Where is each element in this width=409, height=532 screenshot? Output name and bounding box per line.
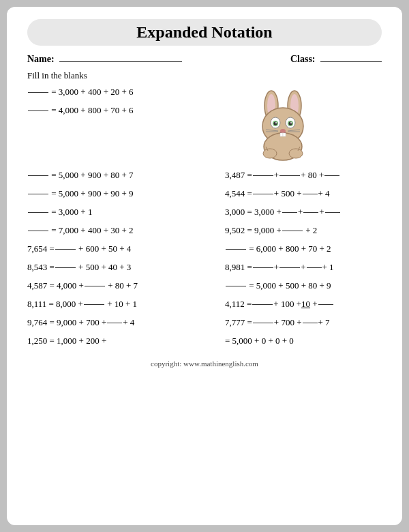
- blank: [28, 175, 48, 176]
- blank: [303, 323, 318, 323]
- blank: [279, 267, 300, 268]
- svg-point-12: [275, 122, 277, 123]
- svg-point-21: [263, 149, 277, 158]
- blank: [226, 249, 246, 250]
- svg-point-10: [274, 122, 277, 125]
- blank: [324, 175, 339, 176]
- blank: [253, 323, 273, 323]
- blank: [55, 267, 76, 268]
- name-underline: [59, 61, 182, 62]
- bunny-container: [245, 85, 382, 168]
- svg-point-14: [280, 129, 286, 133]
- blank: [318, 304, 333, 305]
- page-title: Expanded Notation: [27, 19, 382, 46]
- list-item: 4,587 = 4,000 + + 80 + 7: [27, 279, 225, 293]
- blank: [303, 212, 318, 213]
- list-item: = 4,000 + 800 + 70 + 6: [27, 104, 245, 117]
- instructions: Fill in the blanks: [27, 70, 382, 81]
- list-item: 8,543 = + 500 + 40 + 3: [27, 261, 225, 274]
- list-item: = 7,000 + 400 + 30 + 2: [27, 224, 225, 237]
- name-class-line: Name: Class:: [27, 54, 382, 65]
- blank: [28, 212, 48, 213]
- blank: [325, 212, 340, 213]
- svg-point-22: [289, 149, 303, 158]
- blank: [55, 249, 76, 250]
- list-item: 8,111 = 8,000 + + 10 + 1: [27, 297, 225, 311]
- blank: [282, 231, 303, 231]
- bunny-image: [245, 87, 320, 162]
- blank: [253, 267, 273, 268]
- class-label: Class:: [290, 54, 316, 64]
- blank: [28, 194, 48, 194]
- list-item: = 5,000 + 0 + 0 + 0: [225, 334, 382, 348]
- list-item: 9,502 = 9,000 + + 2: [225, 224, 382, 237]
- blank: [28, 231, 48, 231]
- left-column: = 5,000 + 900 + 80 + 7 = 5,000 + 900 + 9…: [27, 168, 225, 353]
- list-item: = 3,000 + 400 + 20 + 6: [27, 85, 245, 99]
- list-item: 4,112 = + 100 + 10 +: [225, 297, 382, 311]
- right-column: 3,487 = + + 80 + 4,544 = + 500 + + 4 3,0…: [225, 168, 382, 353]
- blank: [252, 304, 273, 305]
- list-item: 9,764 = 9,000 + 700 + + 4: [27, 316, 225, 329]
- blank: [282, 212, 297, 213]
- blank: [107, 323, 122, 323]
- list-item: 4,544 = + 500 + + 4: [225, 187, 382, 201]
- blank: [28, 110, 48, 111]
- list-item: 3,000 = 3,000 + + +: [225, 205, 382, 219]
- svg-rect-20: [283, 133, 286, 136]
- blank: [279, 175, 300, 176]
- list-item: = 5,000 + 500 + 80 + 9: [225, 279, 382, 293]
- blank: [85, 286, 105, 286]
- copyright-text: copyright: www.mathinenglish.com: [27, 359, 382, 368]
- blank: [28, 92, 48, 93]
- worksheet-page: Expanded Notation Name: Class: Fill in t…: [7, 7, 402, 525]
- svg-rect-19: [280, 133, 283, 136]
- list-item: 7,777 = + 700 + + 7: [225, 316, 382, 329]
- svg-point-13: [290, 122, 292, 123]
- bunny-svg: [245, 87, 320, 162]
- list-item: 8,981 = + + + 1: [225, 261, 382, 274]
- blank: [253, 175, 273, 176]
- blank: [253, 194, 273, 194]
- list-item: 7,654 = + 600 + 50 + 4: [27, 242, 225, 256]
- top-section: = 3,000 + 400 + 20 + 6 = 4,000 + 800 + 7…: [27, 85, 382, 168]
- main-content: = 5,000 + 900 + 80 + 7 = 5,000 + 900 + 9…: [27, 168, 382, 353]
- blank: [303, 194, 318, 194]
- list-item: 1,250 = 1,000 + 200 +: [27, 334, 225, 348]
- blank: [307, 267, 322, 268]
- list-item: = 5,000 + 900 + 80 + 7: [27, 168, 225, 182]
- blank: [226, 286, 246, 286]
- class-underline: [320, 61, 382, 62]
- list-item: = 6,000 + 800 + 70 + 2: [225, 242, 382, 256]
- svg-point-11: [289, 122, 292, 125]
- name-label: Name:: [27, 54, 55, 64]
- list-item: = 3,000 + 1: [27, 205, 225, 219]
- list-item: = 5,000 + 900 + 90 + 9: [27, 187, 225, 201]
- blank: [84, 304, 104, 305]
- list-item: 3,487 = + + 80 +: [225, 168, 382, 182]
- top-left-rows: = 3,000 + 400 + 20 + 6 = 4,000 + 800 + 7…: [27, 85, 245, 168]
